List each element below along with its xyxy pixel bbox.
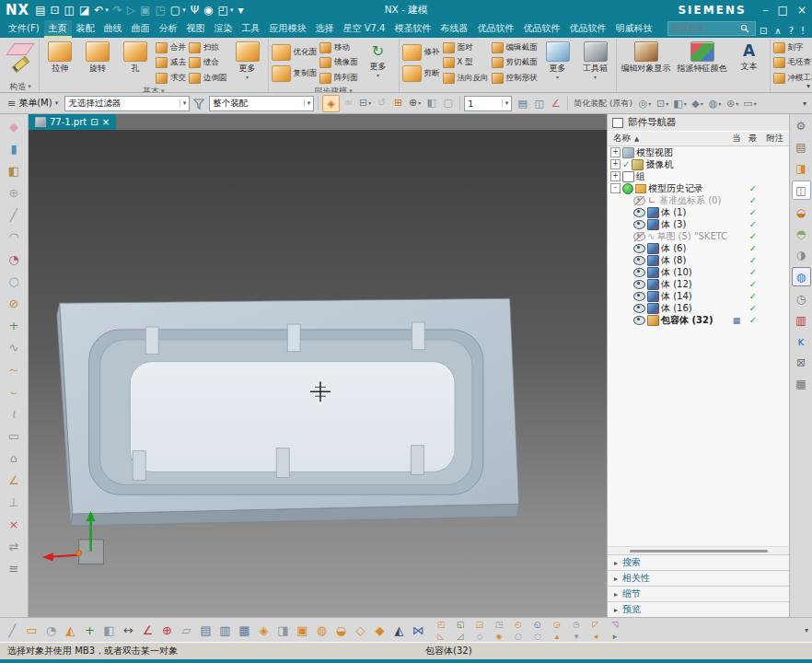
tree-row[interactable]: 体 (16)✓	[608, 302, 789, 314]
mini-tool-icon[interactable]: ▸	[607, 631, 623, 641]
mini-tool-icon[interactable]: ○	[510, 631, 527, 641]
arc-tool-icon[interactable]: ◠	[3, 227, 25, 248]
render-style-icon[interactable]: ◧▾	[672, 96, 688, 111]
mini-tool-icon[interactable]: ◶	[549, 619, 565, 629]
menu-tab-2[interactable]: 装配	[72, 20, 99, 38]
mini-tool-icon[interactable]: ▴	[549, 631, 565, 641]
layer-category-icon[interactable]: ▦	[236, 621, 253, 639]
undo-icon-arrow[interactable]: ▾	[105, 6, 109, 14]
sketch-plane-button[interactable]	[10, 43, 30, 55]
wcs-dynamics-icon[interactable]: ◈	[255, 621, 273, 639]
move-face-button[interactable]: 移动	[319, 41, 358, 53]
eye-visible-icon[interactable]	[633, 220, 645, 229]
filter-icon[interactable]	[192, 97, 206, 110]
shaded-body-icon[interactable]: ◧	[423, 95, 439, 110]
tree-expander[interactable]: -	[610, 183, 621, 193]
edit-object-display-button[interactable]: 编辑对象显示	[620, 39, 673, 75]
show-and-hide-icon[interactable]: ◍▾	[707, 96, 723, 111]
reset-filter-icon[interactable]: ↺	[374, 95, 389, 110]
maximize-button[interactable]: □	[778, 4, 788, 17]
column-note[interactable]: 附注	[761, 133, 789, 145]
repeat-command-icon-arrow[interactable]: ▾	[182, 6, 186, 14]
unite-button[interactable]: 合并	[156, 41, 186, 53]
orient-view-icon[interactable]: ◆▾	[690, 96, 705, 111]
optimize-face-button[interactable]: 优化面	[272, 43, 318, 62]
eye-visible-icon[interactable]	[633, 304, 645, 313]
menu-tab-11[interactable]: 星空 V7.4	[339, 20, 390, 38]
tab-close-icon[interactable]: ×	[102, 117, 110, 127]
eye-visible-icon[interactable]	[633, 208, 645, 217]
mini-tool-icon[interactable]: ◵	[529, 619, 546, 629]
menu-tab-7[interactable]: 渲染	[210, 20, 238, 38]
alert-icon[interactable]: !	[797, 26, 808, 38]
menu-tab-9[interactable]: 应用模块	[265, 20, 311, 38]
eye-hidden-icon[interactable]	[633, 232, 645, 241]
history-palette-icon[interactable]: ◑	[793, 246, 810, 263]
mini-tool-icon[interactable]: ◺	[433, 631, 449, 641]
tree-expander[interactable]: +	[610, 171, 621, 181]
window-menu-icon-arrow[interactable]: ▾	[230, 6, 234, 14]
move-to-layer-icon[interactable]: ◫	[531, 96, 547, 111]
spline-tool-icon[interactable]: ∿	[3, 337, 25, 358]
menu-tab-0[interactable]: 文件(F)	[4, 20, 44, 38]
menu-tab-14[interactable]: 优品软件	[473, 20, 519, 38]
blank-query-button[interactable]: 毛坯查询	[773, 57, 812, 69]
hole-button[interactable]: 孔	[118, 39, 153, 75]
bridge-curve-tool-icon[interactable]: ⌣	[3, 381, 25, 402]
rectangle-tool-icon[interactable]: ▭	[3, 425, 25, 447]
menu-tab-13[interactable]: 布线器	[436, 20, 473, 38]
measure-icon[interactable]: ╱	[4, 621, 21, 639]
extend-tool-icon[interactable]: ⇄	[3, 536, 25, 557]
eye-visible-icon[interactable]	[633, 268, 645, 277]
open-file-icon[interactable]: ⊡	[50, 5, 59, 16]
paste-icon[interactable]: ◳	[155, 5, 165, 16]
mini-tool-icon[interactable]: ◹	[607, 619, 623, 629]
tab-pin-icon[interactable]: ⊡	[90, 117, 98, 127]
datum-csys-icon[interactable]: ⊕	[158, 621, 176, 639]
tree-row[interactable]: 体 (8)✓	[608, 254, 789, 266]
extrude-button[interactable]: 拉伸	[42, 39, 77, 75]
circle-tool-icon[interactable]: ◔	[3, 249, 25, 270]
mirror-geometry-icon[interactable]: ◭	[390, 621, 408, 639]
sketch-button[interactable]	[12, 61, 29, 68]
eye-visible-icon[interactable]	[633, 316, 645, 325]
menu-tab-5[interactable]: 分析	[155, 20, 182, 38]
sheet-icon[interactable]: ◇	[352, 621, 369, 639]
perpendicular-tool-icon[interactable]: ⊥	[3, 492, 25, 513]
tree-expander[interactable]: +	[610, 159, 621, 169]
snap-box-icon[interactable]: ⊞	[390, 95, 406, 110]
web-browser-icon[interactable]: ◍	[792, 267, 811, 286]
column-name[interactable]: 名称 ▲	[608, 133, 728, 145]
tree-row[interactable]: 体 (3)✓	[608, 218, 789, 230]
window-menu-icon[interactable]: ◰	[218, 5, 228, 16]
tree-row[interactable]: +✓摄像机	[608, 158, 789, 170]
subtract-button[interactable]: 减去	[156, 57, 186, 69]
navigator-section-2[interactable]: ▸细节	[608, 586, 789, 601]
edit-working-layer-icon[interactable]: ▤	[515, 96, 530, 111]
mirror-face-button[interactable]: 镜像面	[319, 57, 358, 69]
toolbox-button[interactable]: 工具箱▾	[578, 39, 613, 79]
sweep-button[interactable]: 扫掠	[189, 41, 227, 53]
type-filter-icon[interactable]: ⊟▾	[357, 95, 373, 110]
undo-icon[interactable]: ↶	[94, 5, 103, 16]
tree-row[interactable]: 体 (14)✓	[608, 290, 789, 302]
eye-visible-icon[interactable]	[633, 292, 645, 301]
x-form-button[interactable]: X 型	[443, 57, 489, 69]
mini-tool-icon[interactable]: ◌	[529, 631, 546, 641]
column-latest[interactable]: 最	[745, 133, 761, 145]
tree-row[interactable]: 体 (12)✓	[608, 278, 789, 290]
tree-row[interactable]: 体 (1)✓	[608, 206, 789, 218]
control-shape-button[interactable]: 控制形状	[492, 72, 538, 84]
copy-face-button[interactable]: 复制面	[272, 64, 318, 83]
face-pair-button[interactable]: 面对	[443, 41, 489, 53]
document-tab[interactable]: 77-1.prt ⊡ ×	[29, 114, 116, 130]
text-button[interactable]: A文本	[732, 39, 767, 73]
edge-blend-button[interactable]: 边倒圆	[189, 72, 227, 84]
offset-curve-tool-icon[interactable]: ≀	[3, 403, 25, 425]
grid-rail-icon[interactable]: ▦	[793, 375, 810, 392]
repeat-command-icon[interactable]: ▢	[170, 5, 180, 16]
mini-tool-icon[interactable]: ◱	[452, 619, 469, 629]
microphone-icon[interactable]: Ψ	[191, 5, 199, 16]
view-palette-icon[interactable]: ◓	[793, 225, 810, 242]
help-icon[interactable]: ?	[785, 26, 797, 38]
